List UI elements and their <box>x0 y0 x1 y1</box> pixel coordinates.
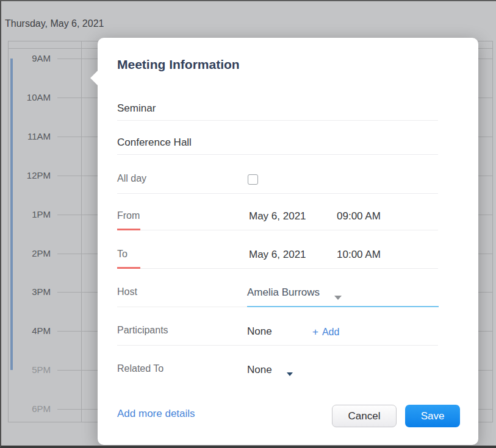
from-required-underline <box>117 229 140 230</box>
all-day-label: All day <box>117 173 146 184</box>
to-required-underline <box>117 267 140 269</box>
host-dropdown-caret-icon[interactable] <box>334 296 342 300</box>
participants-value: None <box>247 325 272 338</box>
time-label: 5PM <box>9 364 51 376</box>
from-time-picker[interactable]: 09:00 AM <box>337 210 381 222</box>
location-field[interactable]: Conference Hall <box>117 137 192 149</box>
plus-icon: + <box>312 326 318 338</box>
from-date-picker[interactable]: May 6, 2021 <box>249 210 306 222</box>
related-to-label: Related To <box>117 363 164 374</box>
related-to-caret-icon[interactable] <box>287 372 293 376</box>
to-time-picker[interactable]: 10:00 AM <box>337 249 381 261</box>
to-label: To <box>117 249 128 260</box>
dialog-title: Meeting Information <box>117 57 240 72</box>
time-label: 9AM <box>9 52 51 65</box>
participants-label: Participants <box>117 325 168 336</box>
add-more-details-link[interactable]: Add more details <box>117 408 195 420</box>
dialog-pointer-arrow <box>90 70 98 86</box>
host-dropdown[interactable]: Amelia Burrows <box>247 286 320 299</box>
time-label: 3PM <box>9 286 51 298</box>
time-label: 10AM <box>9 91 51 104</box>
time-label: 2PM <box>9 247 51 260</box>
cancel-button[interactable]: Cancel <box>332 405 397 427</box>
time-label: 1PM <box>9 208 51 221</box>
time-label: 6PM <box>9 403 51 415</box>
meeting-info-dialog: Meeting Information Seminar Conference H… <box>98 38 478 445</box>
time-gutter-separator <box>81 41 82 422</box>
all-day-checkbox[interactable] <box>248 174 258 185</box>
host-label-underline <box>117 307 247 307</box>
event-title-underline <box>117 120 438 121</box>
time-label: 11AM <box>9 130 51 143</box>
from-label: From <box>117 210 140 221</box>
save-button[interactable]: Save <box>405 405 460 427</box>
host-label: Host <box>117 286 137 297</box>
to-divider <box>117 268 438 269</box>
time-label: 4PM <box>9 325 51 337</box>
event-title-field[interactable]: Seminar <box>117 102 156 115</box>
time-label: 12PM <box>9 169 51 182</box>
add-participants-label: Add <box>322 327 339 337</box>
location-underline <box>117 154 438 155</box>
add-participants-button[interactable]: +Add <box>312 326 339 338</box>
participants-divider <box>117 345 438 346</box>
app-window: Thursday, May 6, 2021 9AM10AM11AM12PM1PM… <box>0 0 496 448</box>
related-to-dropdown[interactable]: None <box>247 364 272 376</box>
from-divider <box>117 230 438 230</box>
all-day-divider <box>117 193 438 194</box>
to-date-picker[interactable]: May 6, 2021 <box>249 249 306 261</box>
host-dropdown-underline <box>247 306 439 307</box>
calendar-day-header: Thursday, May 6, 2021 <box>5 18 104 29</box>
